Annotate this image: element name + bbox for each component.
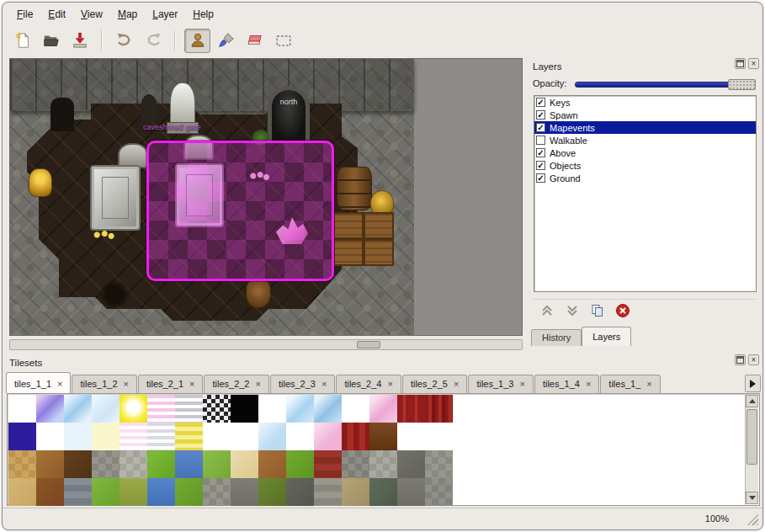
palette-tile[interactable] [286, 395, 314, 423]
tab-history[interactable]: History [531, 329, 582, 346]
tileset-tab-tiles_1_2[interactable]: tiles_1_2× [72, 375, 136, 393]
layer-row-above[interactable]: ✓Above [534, 146, 756, 159]
palette-tile[interactable] [203, 478, 231, 506]
palette-tile[interactable] [425, 395, 453, 423]
tab-close-icon[interactable]: × [256, 380, 261, 388]
layer-row-mapevents[interactable]: ✓Mapevents [534, 121, 756, 134]
layer-visible-checkbox[interactable] [536, 136, 545, 145]
map-selection-rectangle[interactable] [146, 141, 334, 281]
scroll-down-button[interactable] [746, 492, 758, 504]
palette-tile[interactable] [342, 478, 369, 506]
scrollbar-thumb[interactable] [746, 409, 757, 465]
palette-tile[interactable] [314, 395, 342, 423]
palette-tile[interactable] [203, 423, 231, 450]
palette-tile[interactable] [425, 450, 453, 478]
palette-tile[interactable] [8, 450, 36, 478]
palette-tile[interactable] [425, 478, 453, 506]
palette-tile[interactable] [369, 450, 397, 478]
resize-grip[interactable] [746, 513, 758, 525]
palette-tile[interactable] [92, 423, 120, 450]
palette-tile[interactable] [258, 478, 286, 506]
tileset-tab-tiles_2_4[interactable]: tiles_2_4× [336, 375, 401, 393]
tab-close-icon[interactable]: × [454, 380, 459, 388]
tab-layers[interactable]: Layers [582, 327, 631, 346]
new-file-button[interactable] [9, 29, 35, 53]
palette-tile[interactable] [425, 423, 453, 450]
palette-tile[interactable] [397, 423, 425, 450]
palette-tile[interactable] [314, 478, 342, 506]
palette-tile[interactable] [175, 423, 203, 450]
palette-tile[interactable] [231, 395, 258, 423]
palette-tile[interactable] [286, 423, 314, 450]
stamp-tool-button[interactable] [184, 29, 210, 53]
palette-tile[interactable] [92, 395, 120, 423]
palette-tile[interactable] [342, 423, 369, 450]
palette-tile[interactable] [231, 423, 258, 450]
menu-edit[interactable]: Edit [40, 6, 73, 23]
tileset-tab-tiles_2_2[interactable]: tiles_2_2× [204, 375, 268, 393]
tab-close-icon[interactable]: × [586, 380, 591, 388]
palette-tile[interactable] [92, 478, 120, 506]
palette-tile[interactable] [36, 478, 64, 506]
palette-tile[interactable] [120, 423, 147, 450]
palette-tile[interactable] [397, 478, 425, 506]
palette-tile[interactable] [147, 478, 175, 506]
layer-list[interactable]: ✓Keys✓Spawn✓MapeventsWalkable✓Above✓Obje… [534, 95, 757, 292]
float-panel-button[interactable] [735, 354, 746, 365]
tab-close-icon[interactable]: × [57, 380, 62, 388]
menu-help[interactable]: Help [185, 6, 221, 23]
palette-tile[interactable] [147, 395, 175, 423]
layer-visible-checkbox[interactable]: ✓ [536, 98, 545, 107]
opacity-slider-handle[interactable] [728, 79, 756, 90]
palette-tile[interactable] [258, 450, 286, 478]
delete-layer-button[interactable] [614, 302, 632, 319]
tileset-tab-tiles_1_1[interactable]: tiles_1_1× [6, 372, 71, 393]
tileset-tab-tiles_2_1[interactable]: tiles_2_1× [138, 375, 203, 393]
palette-tile[interactable] [369, 395, 397, 423]
layer-visible-checkbox[interactable]: ✓ [536, 173, 545, 183]
scroll-up-button[interactable] [746, 395, 758, 407]
brush-tool-button[interactable] [213, 29, 239, 53]
palette-tile[interactable] [147, 423, 175, 450]
palette-tile[interactable] [120, 395, 147, 423]
tab-scroll-right-button[interactable] [745, 375, 761, 392]
palette-tile[interactable] [314, 450, 342, 478]
palette-tile[interactable] [397, 395, 425, 423]
palette-tile[interactable] [120, 478, 147, 506]
close-panel-button[interactable]: × [748, 58, 759, 69]
scrollbar-thumb[interactable] [357, 341, 380, 348]
open-file-button[interactable] [38, 29, 64, 53]
menu-file[interactable]: File [9, 6, 40, 23]
tab-close-icon[interactable]: × [189, 380, 194, 388]
palette-tile[interactable] [36, 450, 64, 478]
palette-tile[interactable] [8, 395, 36, 423]
tab-close-icon[interactable]: × [387, 380, 392, 388]
palette-tile[interactable] [286, 450, 314, 478]
palette-tile[interactable] [342, 450, 369, 478]
palette-tile[interactable] [64, 450, 92, 478]
tab-close-icon[interactable]: × [646, 380, 651, 388]
redo-button[interactable] [140, 29, 166, 53]
palette-vertical-scrollbar[interactable] [745, 395, 758, 504]
undo-button[interactable] [111, 29, 137, 53]
raise-layer-button[interactable] [538, 302, 556, 319]
eraser-tool-button[interactable] [242, 29, 268, 53]
close-panel-button[interactable]: × [748, 354, 759, 365]
layer-row-objects[interactable]: ✓Objects [534, 159, 756, 172]
palette-tile[interactable] [203, 450, 231, 478]
palette-tile[interactable] [92, 450, 120, 478]
palette-tile[interactable] [286, 478, 314, 506]
menu-map[interactable]: Map [110, 6, 145, 23]
palette-tile[interactable] [175, 450, 203, 478]
duplicate-layer-button[interactable] [588, 302, 607, 319]
palette-tile[interactable] [36, 423, 64, 450]
layer-row-keys[interactable]: ✓Keys [534, 96, 756, 109]
palette-tile[interactable] [342, 395, 369, 423]
tab-close-icon[interactable]: × [124, 380, 129, 388]
opacity-slider[interactable] [575, 79, 756, 90]
palette-tile[interactable] [64, 423, 92, 450]
save-file-button[interactable] [66, 29, 93, 53]
palette-tile[interactable] [231, 478, 258, 506]
palette-tile[interactable] [8, 478, 36, 506]
palette-tile[interactable] [36, 395, 64, 423]
